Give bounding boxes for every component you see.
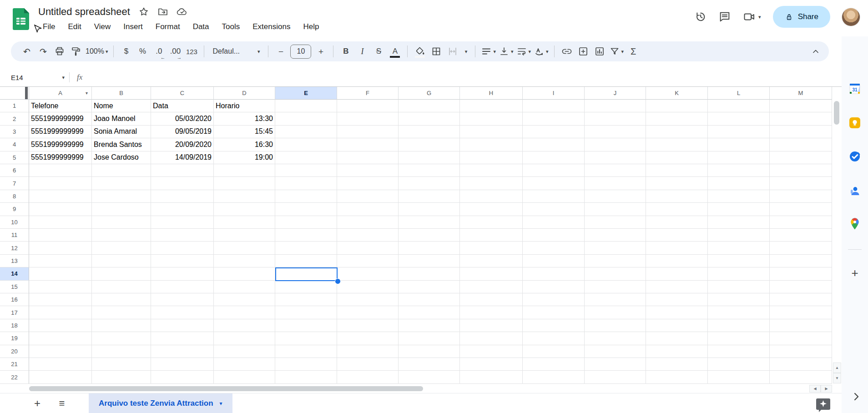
scroll-up-button[interactable]: ▲ (833, 363, 841, 373)
cell-B22[interactable] (92, 371, 151, 383)
cell-C18[interactable] (151, 319, 214, 332)
cell-I7[interactable] (523, 177, 585, 190)
increase-font-size-button[interactable]: + (314, 44, 328, 59)
cell-E11[interactable] (275, 229, 337, 242)
cell-A9[interactable] (29, 203, 92, 216)
cell-I19[interactable] (523, 332, 585, 345)
show-side-panel-icon[interactable] (850, 390, 863, 403)
cell-H6[interactable] (460, 164, 523, 177)
get-addons-button[interactable]: + (848, 266, 862, 280)
more-formats-button[interactable]: 123 (185, 44, 198, 59)
cell-C10[interactable] (151, 216, 214, 229)
google-contacts-icon[interactable] (848, 184, 862, 198)
cell-H11[interactable] (460, 229, 523, 242)
cell-K17[interactable] (646, 306, 708, 319)
cell-H4[interactable] (460, 138, 523, 151)
cell-H18[interactable] (460, 319, 523, 332)
cell-C17[interactable] (151, 306, 214, 319)
increase-decimal-button[interactable]: .00→ (168, 44, 182, 59)
cell-K14[interactable] (646, 267, 708, 280)
row-header-1[interactable]: 1 (0, 100, 29, 112)
row-header-8[interactable]: 8 (0, 190, 29, 203)
redo-button[interactable]: ↷ (36, 44, 50, 59)
cell-F4[interactable] (337, 138, 399, 151)
cell-M7[interactable] (770, 177, 832, 190)
cell-D14[interactable] (214, 267, 275, 280)
vertical-scrollbar[interactable]: ▲ ▼ (833, 87, 842, 384)
cell-D15[interactable] (214, 281, 275, 293)
sheet-tab-menu-icon[interactable]: ▾ (220, 400, 222, 407)
cell-E7[interactable] (275, 177, 337, 190)
scroll-down-button[interactable]: ▼ (833, 373, 841, 383)
cell-J4[interactable] (585, 138, 646, 151)
google-tasks-icon[interactable] (848, 150, 862, 163)
cell-B19[interactable] (92, 332, 151, 345)
cell-D6[interactable] (214, 164, 275, 177)
cell-J2[interactable] (585, 112, 646, 125)
cell-D12[interactable] (214, 242, 275, 254)
cell-F20[interactable] (337, 345, 399, 358)
cell-B15[interactable] (92, 281, 151, 293)
meet-presenting-button[interactable]: ▾ (743, 10, 761, 23)
cloud-saved-icon[interactable] (177, 6, 187, 17)
cell-G14[interactable] (399, 267, 460, 280)
cell-J12[interactable] (585, 242, 646, 254)
cell-J5[interactable] (585, 151, 646, 164)
cell-M21[interactable] (770, 358, 832, 371)
cell-H17[interactable] (460, 306, 523, 319)
cell-E19[interactable] (275, 332, 337, 345)
row-header-7[interactable]: 7 (0, 177, 29, 190)
move-to-folder-icon[interactable] (157, 6, 168, 17)
cell-L5[interactable] (708, 151, 770, 164)
cell-C16[interactable] (151, 293, 214, 306)
cell-E12[interactable] (275, 242, 337, 254)
cell-J21[interactable] (585, 358, 646, 371)
cell-L20[interactable] (708, 345, 770, 358)
column-header-B[interactable]: B (92, 87, 151, 100)
cell-A16[interactable] (29, 293, 92, 306)
cell-G13[interactable] (399, 255, 460, 267)
row-header-21[interactable]: 21 (0, 358, 29, 371)
cell-H21[interactable] (460, 358, 523, 371)
cell-A8[interactable] (29, 190, 92, 203)
formula-input[interactable] (82, 68, 842, 86)
cell-M5[interactable] (770, 151, 832, 164)
cell-F15[interactable] (337, 281, 399, 293)
column-header-L[interactable]: L (708, 87, 770, 100)
cell-I22[interactable] (523, 371, 585, 383)
cell-E9[interactable] (275, 203, 337, 216)
fill-handle[interactable] (335, 278, 341, 284)
cell-J11[interactable] (585, 229, 646, 242)
merge-cells-button[interactable] (446, 44, 459, 59)
cell-J18[interactable] (585, 319, 646, 332)
cell-H16[interactable] (460, 293, 523, 306)
cell-C1[interactable]: Data (151, 100, 214, 112)
cell-C3[interactable]: 09/05/2019 (151, 126, 214, 138)
cell-G15[interactable] (399, 281, 460, 293)
add-sheet-button[interactable]: + (30, 396, 45, 411)
cell-H22[interactable] (460, 371, 523, 383)
row-header-20[interactable]: 20 (0, 345, 29, 358)
row-header-17[interactable]: 17 (0, 306, 29, 319)
comment-history-icon[interactable] (718, 10, 731, 23)
cell-I9[interactable] (523, 203, 585, 216)
cell-H19[interactable] (460, 332, 523, 345)
cell-I5[interactable] (523, 151, 585, 164)
cell-D3[interactable]: 15:45 (214, 126, 275, 138)
cell-L3[interactable] (708, 126, 770, 138)
menu-extensions[interactable]: Extensions (248, 21, 295, 33)
cell-L15[interactable] (708, 281, 770, 293)
menu-format[interactable]: Format (151, 21, 185, 33)
column-a-dropdown-icon[interactable]: ▾ (86, 91, 88, 96)
cell-K4[interactable] (646, 138, 708, 151)
cell-L4[interactable] (708, 138, 770, 151)
cell-F12[interactable] (337, 242, 399, 254)
cell-B21[interactable] (92, 358, 151, 371)
cell-H3[interactable] (460, 126, 523, 138)
format-percent-button[interactable]: % (136, 44, 149, 59)
star-icon[interactable] (138, 6, 149, 17)
cell-I2[interactable] (523, 112, 585, 125)
cell-H12[interactable] (460, 242, 523, 254)
decrease-font-size-button[interactable]: − (274, 44, 288, 59)
cell-B18[interactable] (92, 319, 151, 332)
